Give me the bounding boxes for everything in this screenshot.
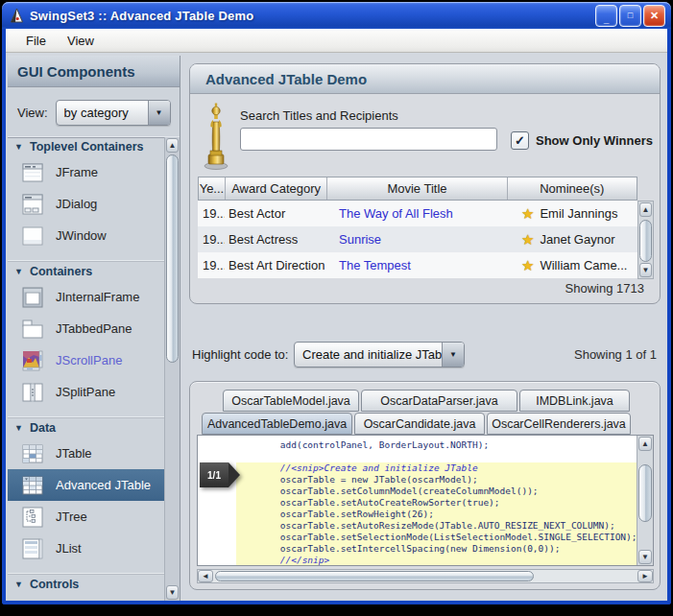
- code-line: oscarTable.setColumnModel(createColumnMo…: [236, 486, 637, 497]
- collapse-triangle-icon[interactable]: ▼: [14, 267, 23, 276]
- demo-panel-header: Advanced JTable Demo: [190, 64, 660, 94]
- code-hscroll-thumb[interactable]: [215, 571, 534, 581]
- view-selector-row: View: by category ▼: [8, 87, 180, 138]
- tab-oscarcandidate[interactable]: OscarCandidate.java: [354, 413, 485, 435]
- table-row[interactable]: 19... Best Art Direction The Tempest ★Wi…: [198, 252, 637, 278]
- jinternalframe-icon: [21, 286, 44, 309]
- sidebar-item-jtabbedpane[interactable]: JTabbedPane: [8, 313, 165, 344]
- menu-view[interactable]: View: [59, 32, 103, 50]
- window-title: SwingSet3 :: Advanced JTable Demo: [30, 9, 253, 23]
- minimize-button[interactable]: _: [595, 5, 617, 27]
- code-vertical-scrollbar[interactable]: ▲ ▼: [637, 436, 653, 565]
- code-line: [236, 451, 637, 462]
- column-header-nominees[interactable]: Nominee(s): [508, 178, 637, 200]
- scroll-down-icon[interactable]: ▼: [638, 550, 652, 564]
- winners-label: Show Only Winners: [536, 133, 653, 148]
- code-line: oscarTable.setAutoResizeMode(JTable.AUTO…: [236, 520, 637, 532]
- section-controls[interactable]: ▼ Controls: [8, 574, 165, 594]
- app-window: SwingSet3 :: Advanced JTable Demo _ □ ✕ …: [2, 2, 671, 604]
- maximize-button[interactable]: □: [619, 5, 641, 27]
- jtabbedpane-icon: [21, 318, 44, 341]
- table-scrollbar-thumb[interactable]: [639, 220, 652, 262]
- code-line: add(controlPanel, BorderLayout.NORTH);: [236, 439, 637, 451]
- sidebar-item-jtree[interactable]: JTree: [8, 501, 165, 533]
- oscars-table: Ye... Award Category Movie Title Nominee…: [198, 177, 637, 278]
- sidebar-header: GUI Components: [8, 56, 180, 87]
- content-area: GUI Components View: by category ▼ ▼ Top…: [6, 53, 667, 601]
- sidebar-item-jlist[interactable]: JList: [8, 533, 165, 564]
- section-toplevel-containers[interactable]: ▼ Toplevel Containers: [8, 137, 165, 156]
- scroll-up-icon[interactable]: ▲: [166, 138, 179, 153]
- title-bar: SwingSet3 :: Advanced JTable Demo _ □ ✕: [2, 2, 671, 29]
- show-only-winners[interactable]: ✓ Show Only Winners: [511, 131, 653, 150]
- jtree-icon: [21, 506, 44, 529]
- code-line: //</snip>: [236, 555, 637, 565]
- menu-bar: File View: [6, 29, 667, 53]
- sidebar-item-jtable[interactable]: JTable: [8, 438, 165, 469]
- table-row[interactable]: 19... Best Actor The Way of All Flesh ★E…: [198, 201, 637, 226]
- checkmark-icon: ✓: [515, 134, 525, 147]
- scroll-left-icon[interactable]: ◄: [198, 570, 213, 582]
- window-body: File View GUI Components View: by catego…: [2, 29, 671, 604]
- view-combobox-value: by category: [57, 106, 148, 120]
- view-combobox[interactable]: by category ▼: [56, 100, 171, 126]
- collapse-triangle-icon[interactable]: ▼: [14, 580, 23, 589]
- oscar-statuette-icon: [203, 101, 229, 170]
- sidebar-item-advanced-jtable[interactable]: Advanced JTable: [8, 469, 165, 501]
- sidebar-item-jinternalframe[interactable]: JInternalFrame: [8, 281, 165, 313]
- component-list: ▼ Toplevel Containers JFrame JDialog: [8, 137, 180, 601]
- tab-advancedtabledemo[interactable]: AdvancedTableDemo.java: [202, 413, 352, 435]
- tab-oscarcellrenderers[interactable]: OscarCellRenderers.java: [487, 413, 631, 435]
- highlight-controls: Highlight code to: Create and initialize…: [189, 341, 659, 367]
- code-line: oscarTable.setSelectionMode(ListSelectio…: [236, 532, 637, 543]
- table-scrollbar[interactable]: ▲ ▼: [637, 201, 654, 279]
- movie-link[interactable]: The Tempest: [327, 258, 508, 272]
- chevron-down-icon[interactable]: ▼: [148, 101, 170, 125]
- scroll-down-icon[interactable]: ▼: [166, 585, 179, 600]
- demo-title: Advanced JTable Demo: [205, 71, 367, 87]
- sidebar-scrollbar-thumb[interactable]: [166, 154, 179, 363]
- advanced-jtable-icon: [21, 474, 44, 497]
- scroll-right-icon[interactable]: ►: [637, 570, 653, 582]
- code-horizontal-scrollbar[interactable]: ◄ ►: [197, 569, 654, 583]
- code-tabs-row1: OscarTableModel.java OscarDataParser.jav…: [223, 390, 632, 412]
- section-containers[interactable]: ▼ Containers: [8, 261, 165, 281]
- collapse-triangle-icon[interactable]: ▼: [14, 423, 23, 433]
- chevron-down-icon[interactable]: ▼: [442, 343, 464, 367]
- movie-link[interactable]: Sunrise: [327, 232, 508, 247]
- collapse-triangle-icon[interactable]: ▼: [14, 142, 23, 152]
- search-input[interactable]: [240, 128, 497, 151]
- close-button[interactable]: ✕: [643, 5, 665, 27]
- sidebar-item-jdialog[interactable]: JDialog: [8, 188, 165, 220]
- main-area: Advanced JTable Demo: [180, 53, 667, 601]
- sidebar: GUI Components View: by category ▼ ▼ Top…: [8, 56, 180, 601]
- table-row[interactable]: 19... Best Actress Sunrise ★Janet Gaynor: [198, 226, 637, 252]
- scroll-up-icon[interactable]: ▲: [638, 437, 652, 451]
- tab-imdblink[interactable]: IMDBLink.java: [519, 390, 630, 412]
- movie-link[interactable]: The Way of All Flesh: [327, 206, 508, 221]
- sidebar-item-jscrollpane[interactable]: JScrollPane: [8, 344, 165, 376]
- scroll-up-icon[interactable]: ▲: [639, 202, 652, 217]
- highlight-combobox[interactable]: Create and initialize JTable ▼: [294, 342, 465, 367]
- tab-oscartablemodel[interactable]: OscarTableModel.java: [223, 390, 359, 412]
- column-header-award-category[interactable]: Award Category: [226, 178, 328, 200]
- sidebar-item-togglebuttons[interactable]: ToggleButtons: [8, 594, 165, 601]
- sidebar-item-jframe[interactable]: JFrame: [8, 156, 165, 188]
- sidebar-item-jsplitpane[interactable]: JSplitPane: [8, 376, 165, 408]
- tab-oscardataparser[interactable]: OscarDataParser.java: [361, 390, 517, 412]
- code-vscroll-thumb[interactable]: [638, 464, 652, 522]
- column-header-year[interactable]: Ye...: [199, 178, 226, 200]
- scroll-down-icon[interactable]: ▼: [639, 263, 652, 277]
- winners-checkbox[interactable]: ✓: [511, 131, 529, 150]
- section-data[interactable]: ▼ Data: [8, 417, 165, 438]
- column-header-movie-title[interactable]: Movie Title: [327, 178, 507, 200]
- code-line: oscarTable = new JTable(oscarModel);: [236, 474, 637, 486]
- sidebar-item-jwindow[interactable]: JWindow: [8, 220, 165, 251]
- jframe-icon: [21, 161, 44, 184]
- menu-file[interactable]: File: [17, 32, 55, 50]
- files-status: Showing 1 of 1: [574, 347, 657, 362]
- sidebar-scrollbar[interactable]: ▲ ▼: [164, 137, 180, 601]
- code-line: //<snip>Create and initialize JTable: [236, 462, 637, 474]
- code-tabs-row2: AdvancedTableDemo.java OscarCandidate.ja…: [202, 413, 633, 435]
- highlight-combobox-value: Create and initialize JTable: [295, 347, 442, 362]
